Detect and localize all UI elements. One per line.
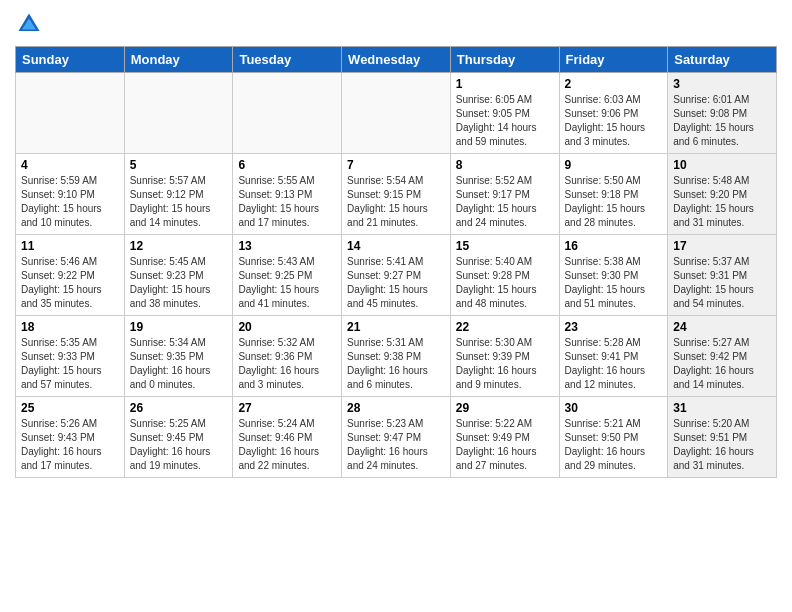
calendar-day-cell: 3Sunrise: 6:01 AMSunset: 9:08 PMDaylight…	[668, 73, 777, 154]
day-info: Sunrise: 6:05 AMSunset: 9:05 PMDaylight:…	[456, 93, 554, 149]
calendar-day-cell: 18Sunrise: 5:35 AMSunset: 9:33 PMDayligh…	[16, 316, 125, 397]
calendar-day-cell: 19Sunrise: 5:34 AMSunset: 9:35 PMDayligh…	[124, 316, 233, 397]
day-info: Sunrise: 6:03 AMSunset: 9:06 PMDaylight:…	[565, 93, 663, 149]
calendar-table: SundayMondayTuesdayWednesdayThursdayFrid…	[15, 46, 777, 478]
day-number: 9	[565, 158, 663, 172]
day-number: 13	[238, 239, 336, 253]
calendar-day-cell: 14Sunrise: 5:41 AMSunset: 9:27 PMDayligh…	[342, 235, 451, 316]
day-number: 22	[456, 320, 554, 334]
calendar-day-cell: 26Sunrise: 5:25 AMSunset: 9:45 PMDayligh…	[124, 397, 233, 478]
day-number: 6	[238, 158, 336, 172]
calendar-day-cell: 15Sunrise: 5:40 AMSunset: 9:28 PMDayligh…	[450, 235, 559, 316]
day-info: Sunrise: 5:28 AMSunset: 9:41 PMDaylight:…	[565, 336, 663, 392]
calendar-day-cell: 27Sunrise: 5:24 AMSunset: 9:46 PMDayligh…	[233, 397, 342, 478]
day-info: Sunrise: 5:38 AMSunset: 9:30 PMDaylight:…	[565, 255, 663, 311]
calendar-day-cell: 4Sunrise: 5:59 AMSunset: 9:10 PMDaylight…	[16, 154, 125, 235]
day-info: Sunrise: 5:45 AMSunset: 9:23 PMDaylight:…	[130, 255, 228, 311]
calendar-day-cell: 5Sunrise: 5:57 AMSunset: 9:12 PMDaylight…	[124, 154, 233, 235]
day-info: Sunrise: 5:57 AMSunset: 9:12 PMDaylight:…	[130, 174, 228, 230]
calendar-day-header: Thursday	[450, 47, 559, 73]
calendar-day-cell: 28Sunrise: 5:23 AMSunset: 9:47 PMDayligh…	[342, 397, 451, 478]
day-number: 26	[130, 401, 228, 415]
day-number: 5	[130, 158, 228, 172]
calendar-day-cell: 11Sunrise: 5:46 AMSunset: 9:22 PMDayligh…	[16, 235, 125, 316]
page-header	[15, 10, 777, 38]
day-number: 23	[565, 320, 663, 334]
day-info: Sunrise: 5:32 AMSunset: 9:36 PMDaylight:…	[238, 336, 336, 392]
calendar-week-row: 11Sunrise: 5:46 AMSunset: 9:22 PMDayligh…	[16, 235, 777, 316]
day-info: Sunrise: 5:25 AMSunset: 9:45 PMDaylight:…	[130, 417, 228, 473]
day-number: 28	[347, 401, 445, 415]
day-info: Sunrise: 5:27 AMSunset: 9:42 PMDaylight:…	[673, 336, 771, 392]
day-info: Sunrise: 5:31 AMSunset: 9:38 PMDaylight:…	[347, 336, 445, 392]
logo-icon	[15, 10, 43, 38]
calendar-day-header: Saturday	[668, 47, 777, 73]
day-number: 31	[673, 401, 771, 415]
calendar-day-cell: 6Sunrise: 5:55 AMSunset: 9:13 PMDaylight…	[233, 154, 342, 235]
day-number: 7	[347, 158, 445, 172]
day-number: 14	[347, 239, 445, 253]
calendar-day-cell: 24Sunrise: 5:27 AMSunset: 9:42 PMDayligh…	[668, 316, 777, 397]
day-number: 8	[456, 158, 554, 172]
day-info: Sunrise: 6:01 AMSunset: 9:08 PMDaylight:…	[673, 93, 771, 149]
calendar-day-header: Wednesday	[342, 47, 451, 73]
page-container: SundayMondayTuesdayWednesdayThursdayFrid…	[0, 0, 792, 488]
day-number: 1	[456, 77, 554, 91]
day-info: Sunrise: 5:22 AMSunset: 9:49 PMDaylight:…	[456, 417, 554, 473]
day-info: Sunrise: 5:37 AMSunset: 9:31 PMDaylight:…	[673, 255, 771, 311]
day-info: Sunrise: 5:55 AMSunset: 9:13 PMDaylight:…	[238, 174, 336, 230]
day-info: Sunrise: 5:48 AMSunset: 9:20 PMDaylight:…	[673, 174, 771, 230]
calendar-day-cell: 20Sunrise: 5:32 AMSunset: 9:36 PMDayligh…	[233, 316, 342, 397]
day-number: 29	[456, 401, 554, 415]
calendar-day-header: Friday	[559, 47, 668, 73]
day-number: 24	[673, 320, 771, 334]
day-number: 16	[565, 239, 663, 253]
calendar-header-row: SundayMondayTuesdayWednesdayThursdayFrid…	[16, 47, 777, 73]
day-number: 27	[238, 401, 336, 415]
day-number: 18	[21, 320, 119, 334]
day-info: Sunrise: 5:50 AMSunset: 9:18 PMDaylight:…	[565, 174, 663, 230]
calendar-day-cell: 2Sunrise: 6:03 AMSunset: 9:06 PMDaylight…	[559, 73, 668, 154]
calendar-day-cell	[233, 73, 342, 154]
day-number: 4	[21, 158, 119, 172]
day-info: Sunrise: 5:20 AMSunset: 9:51 PMDaylight:…	[673, 417, 771, 473]
calendar-day-cell: 25Sunrise: 5:26 AMSunset: 9:43 PMDayligh…	[16, 397, 125, 478]
day-info: Sunrise: 5:30 AMSunset: 9:39 PMDaylight:…	[456, 336, 554, 392]
calendar-day-cell: 21Sunrise: 5:31 AMSunset: 9:38 PMDayligh…	[342, 316, 451, 397]
calendar-day-cell: 8Sunrise: 5:52 AMSunset: 9:17 PMDaylight…	[450, 154, 559, 235]
day-info: Sunrise: 5:40 AMSunset: 9:28 PMDaylight:…	[456, 255, 554, 311]
calendar-day-cell: 16Sunrise: 5:38 AMSunset: 9:30 PMDayligh…	[559, 235, 668, 316]
day-info: Sunrise: 5:23 AMSunset: 9:47 PMDaylight:…	[347, 417, 445, 473]
day-number: 2	[565, 77, 663, 91]
day-number: 12	[130, 239, 228, 253]
day-number: 20	[238, 320, 336, 334]
calendar-week-row: 4Sunrise: 5:59 AMSunset: 9:10 PMDaylight…	[16, 154, 777, 235]
day-number: 19	[130, 320, 228, 334]
day-number: 25	[21, 401, 119, 415]
day-number: 17	[673, 239, 771, 253]
calendar-week-row: 1Sunrise: 6:05 AMSunset: 9:05 PMDaylight…	[16, 73, 777, 154]
calendar-day-cell: 12Sunrise: 5:45 AMSunset: 9:23 PMDayligh…	[124, 235, 233, 316]
day-info: Sunrise: 5:26 AMSunset: 9:43 PMDaylight:…	[21, 417, 119, 473]
calendar-day-cell	[16, 73, 125, 154]
day-info: Sunrise: 5:54 AMSunset: 9:15 PMDaylight:…	[347, 174, 445, 230]
calendar-day-cell	[124, 73, 233, 154]
calendar-day-cell: 9Sunrise: 5:50 AMSunset: 9:18 PMDaylight…	[559, 154, 668, 235]
day-number: 30	[565, 401, 663, 415]
calendar-day-header: Tuesday	[233, 47, 342, 73]
calendar-day-cell: 22Sunrise: 5:30 AMSunset: 9:39 PMDayligh…	[450, 316, 559, 397]
calendar-day-header: Sunday	[16, 47, 125, 73]
day-info: Sunrise: 5:43 AMSunset: 9:25 PMDaylight:…	[238, 255, 336, 311]
day-info: Sunrise: 5:34 AMSunset: 9:35 PMDaylight:…	[130, 336, 228, 392]
day-info: Sunrise: 5:52 AMSunset: 9:17 PMDaylight:…	[456, 174, 554, 230]
calendar-day-cell: 13Sunrise: 5:43 AMSunset: 9:25 PMDayligh…	[233, 235, 342, 316]
calendar-day-cell: 23Sunrise: 5:28 AMSunset: 9:41 PMDayligh…	[559, 316, 668, 397]
calendar-day-header: Monday	[124, 47, 233, 73]
calendar-week-row: 25Sunrise: 5:26 AMSunset: 9:43 PMDayligh…	[16, 397, 777, 478]
calendar-day-cell: 10Sunrise: 5:48 AMSunset: 9:20 PMDayligh…	[668, 154, 777, 235]
calendar-day-cell: 7Sunrise: 5:54 AMSunset: 9:15 PMDaylight…	[342, 154, 451, 235]
calendar-day-cell: 17Sunrise: 5:37 AMSunset: 9:31 PMDayligh…	[668, 235, 777, 316]
day-info: Sunrise: 5:59 AMSunset: 9:10 PMDaylight:…	[21, 174, 119, 230]
calendar-day-cell: 30Sunrise: 5:21 AMSunset: 9:50 PMDayligh…	[559, 397, 668, 478]
day-info: Sunrise: 5:21 AMSunset: 9:50 PMDaylight:…	[565, 417, 663, 473]
